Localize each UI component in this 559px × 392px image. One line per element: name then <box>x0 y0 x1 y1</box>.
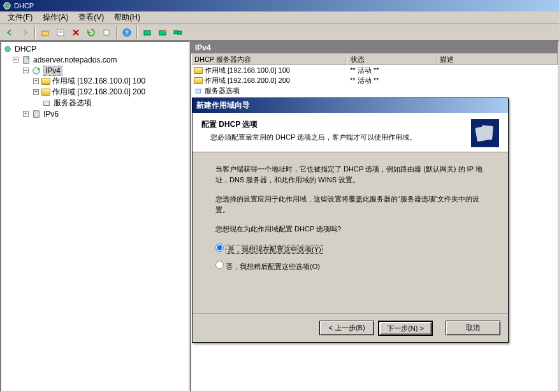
menu-file[interactable]: 文件(F) <box>3 11 38 24</box>
tree-root[interactable]: DHCP <box>3 43 187 54</box>
dhcp-icon <box>3 45 13 54</box>
svg-rect-22 <box>481 125 493 140</box>
collapse-icon[interactable]: − <box>23 68 29 73</box>
properties-button[interactable] <box>54 25 68 40</box>
tree-root-label: DHCP <box>15 45 36 54</box>
tree-scope-1[interactable]: + 作用域 [192.168.100.0] 100 <box>3 76 187 87</box>
export-button[interactable] <box>99 25 113 40</box>
window-titlebar: DHCP <box>0 0 559 11</box>
svg-rect-8 <box>144 31 150 35</box>
menu-view[interactable]: 查看(V) <box>73 11 109 24</box>
content-header: IPv4 <box>191 42 558 54</box>
collapse-icon[interactable]: − <box>13 57 18 62</box>
cancel-button[interactable]: 取消 <box>446 321 500 335</box>
server-icon <box>21 55 31 64</box>
folder-icon <box>41 78 50 85</box>
expand-icon[interactable]: + <box>33 89 39 95</box>
dialog-header-title: 配置 DHCP 选项 <box>201 119 471 130</box>
dialog-text-2: 您选择的设置应用于此作用域，这些设置将覆盖此服务器的“服务器选项”文件夹中的设置… <box>215 194 485 215</box>
toolbar-divider <box>34 26 36 39</box>
tree-scope-2-label: 作用域 [192.168.200.0] 200 <box>52 87 145 98</box>
wizard-dialog: 新建作用域向导 配置 DHCP 选项 您必须配置最常用的 DHCP 选项之后，客… <box>192 98 509 343</box>
refresh-button[interactable] <box>84 25 98 40</box>
help-button[interactable]: ? <box>120 25 134 40</box>
radio-no-input[interactable] <box>215 261 224 269</box>
wizard-icon <box>471 119 499 147</box>
dialog-header: 配置 DHCP 选项 您必须配置最常用的 DHCP 选项之后，客户端才可以使用作… <box>192 113 508 152</box>
svg-point-13 <box>5 46 11 52</box>
tree-pane[interactable]: DHCP − adserver.notepados.com − IPv4 + 作… <box>0 41 190 392</box>
dialog-text-1: 当客户端获得一个地址时，它也被指定了 DHCP 选项，例如路由器 (默认网关) … <box>215 164 485 185</box>
options-icon <box>194 87 203 95</box>
column-content[interactable]: DHCP 服务器内容 <box>191 54 347 65</box>
tree-server-options[interactable]: 服务器选项 <box>3 98 187 108</box>
tree-scope-1-label: 作用域 [192.168.100.0] 100 <box>52 76 145 87</box>
list-item[interactable]: 服务器选项 <box>191 85 558 96</box>
svg-rect-5 <box>104 30 109 35</box>
dialog-footer: < 上一步(B) 下一步(N) > 取消 <box>192 314 508 342</box>
svg-rect-1 <box>42 31 48 36</box>
list-item-name: 服务器选项 <box>205 87 240 94</box>
svg-point-0 <box>4 3 11 10</box>
svg-point-10 <box>164 29 166 32</box>
toolbar-divider <box>116 26 117 39</box>
tree-scope-2[interactable]: + 作用域 [192.168.200.0] 200 <box>3 87 187 98</box>
svg-rect-19 <box>34 110 40 117</box>
tree-ipv4-label: IPv4 <box>43 66 62 76</box>
radio-no[interactable]: 否，我想稍后配置这些选项(O) <box>215 261 485 272</box>
dialog-titlebar[interactable]: 新建作用域向导 <box>192 98 508 113</box>
column-desc[interactable]: 描述 <box>437 54 558 65</box>
svg-point-17 <box>38 68 40 70</box>
column-status[interactable]: 状态 <box>347 54 437 65</box>
tree-ipv6[interactable]: + IPv6 <box>3 108 187 119</box>
tree-server-options-label: 服务器选项 <box>54 98 92 108</box>
menu-action[interactable]: 操作(A) <box>38 11 73 24</box>
radio-no-label: 否，我想稍后配置这些选项(O) <box>226 263 320 270</box>
svg-rect-18 <box>44 101 50 105</box>
next-button[interactable]: 下一步(N) > <box>378 321 433 336</box>
nav-forward-button[interactable] <box>18 25 32 40</box>
back-button[interactable]: < 上一步(B) <box>319 321 374 335</box>
options-icon <box>41 99 52 108</box>
toolbar: ? <box>0 24 559 41</box>
dialog-header-sub: 您必须配置最常用的 DHCP 选项之后，客户端才可以使用作用域。 <box>201 133 471 142</box>
list-item[interactable]: 作用域 [192.168.100.0] 100 ** 活动 ** <box>191 65 558 75</box>
svg-rect-20 <box>196 89 201 93</box>
menu-help[interactable]: 帮助(H) <box>109 11 145 24</box>
toolbar-divider <box>136 26 138 39</box>
list-item-status: ** 活动 ** <box>347 76 437 85</box>
list-item-status: ** 活动 ** <box>347 66 437 75</box>
list-item[interactable]: 作用域 [192.168.200.0] 200 ** 活动 ** <box>191 75 558 85</box>
svg-text:?: ? <box>125 29 129 36</box>
svg-point-15 <box>27 57 29 59</box>
radio-yes[interactable]: 是，我想现在配置这些选项(Y) <box>215 243 485 255</box>
svg-rect-12 <box>178 31 182 34</box>
folder-icon <box>194 77 203 84</box>
expand-icon[interactable]: + <box>23 111 29 117</box>
window-title: DHCP <box>14 2 34 10</box>
nav-back-button[interactable] <box>3 25 17 40</box>
list-item-name: 作用域 [192.168.100.0] 100 <box>205 66 290 74</box>
tree-server-label: adserver.notepados.com <box>33 55 117 64</box>
dialog-body: 当客户端获得一个地址时，它也被指定了 DHCP 选项，例如路由器 (默认网关) … <box>192 152 508 290</box>
tree-ipv4[interactable]: − IPv4 <box>3 65 187 76</box>
app-icon <box>3 1 11 10</box>
extra-button-3[interactable] <box>171 25 185 40</box>
dialog-text-3: 您想现在为此作用域配置 DHCP 选项吗? <box>215 224 485 235</box>
extra-button-1[interactable] <box>140 25 154 40</box>
up-button[interactable] <box>38 25 52 40</box>
delete-button[interactable] <box>69 25 83 40</box>
folder-icon <box>194 67 203 74</box>
tree-server[interactable]: − adserver.notepados.com <box>3 54 187 65</box>
list-item-name: 作用域 [192.168.200.0] 200 <box>205 76 290 84</box>
radio-yes-label: 是，我想现在配置这些选项(Y) <box>226 245 323 254</box>
radio-yes-input[interactable] <box>215 243 224 252</box>
svg-rect-11 <box>174 31 178 34</box>
ipv6-icon <box>31 110 41 119</box>
folder-icon <box>41 89 50 96</box>
extra-button-2[interactable] <box>156 25 170 40</box>
ipv4-icon <box>31 66 41 75</box>
menubar: 文件(F) 操作(A) 查看(V) 帮助(H) <box>0 11 559 24</box>
list-header: DHCP 服务器内容 状态 描述 <box>191 54 558 65</box>
expand-icon[interactable]: + <box>33 78 39 84</box>
